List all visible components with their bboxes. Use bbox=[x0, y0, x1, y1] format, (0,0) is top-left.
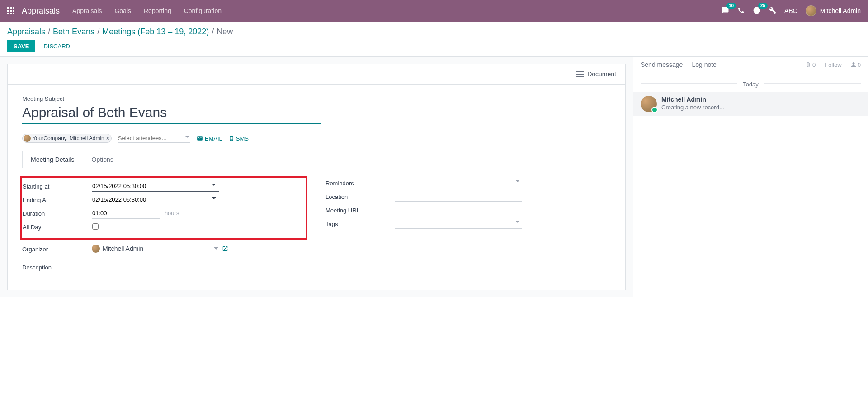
organizer-select[interactable]: Mitchell Admin bbox=[92, 245, 218, 254]
user-avatar-icon bbox=[806, 5, 816, 16]
attendee-remove-icon[interactable]: × bbox=[106, 135, 109, 141]
clock-icon[interactable]: 25 bbox=[753, 6, 761, 16]
datetime-highlight-box: Starting at Ending At bbox=[20, 176, 307, 240]
message-author: Mitchell Admin bbox=[661, 96, 724, 103]
duration-suffix: hours bbox=[165, 210, 179, 217]
chevron-down-icon bbox=[515, 221, 520, 223]
nav-brand[interactable]: Appraisals bbox=[22, 6, 60, 16]
save-button[interactable]: SAVE bbox=[7, 40, 35, 52]
nav-item-configuration[interactable]: Configuration bbox=[184, 7, 222, 14]
nav-item-reporting[interactable]: Reporting bbox=[144, 7, 171, 14]
nav-item-goals[interactable]: Goals bbox=[114, 7, 131, 14]
chat-icon[interactable]: 10 bbox=[721, 6, 729, 16]
reminders-select[interactable] bbox=[395, 178, 522, 188]
mobile-icon bbox=[229, 135, 234, 141]
subject-input[interactable] bbox=[22, 104, 321, 124]
subject-label: Meeting Subject bbox=[22, 95, 611, 102]
paperclip-icon bbox=[806, 62, 811, 67]
top-nav: Appraisals Appraisals Goals Reporting Co… bbox=[0, 0, 868, 22]
chat-badge: 10 bbox=[726, 3, 736, 9]
document-label: Document bbox=[587, 71, 616, 78]
discard-button[interactable]: DISCARD bbox=[39, 40, 75, 52]
chatter: Send message Log note 0 Follow 0 Today M… bbox=[633, 57, 868, 297]
followers-count[interactable]: 0 bbox=[851, 61, 861, 68]
send-message-button[interactable]: Send message bbox=[641, 61, 683, 68]
apps-icon[interactable] bbox=[7, 7, 14, 14]
description-label: Description bbox=[22, 264, 307, 271]
user-menu[interactable]: Mitchell Admin bbox=[806, 5, 861, 16]
attendee-avatar-icon bbox=[24, 135, 31, 142]
chevron-down-icon bbox=[214, 247, 218, 250]
tags-label: Tags bbox=[326, 221, 395, 227]
attachments-count[interactable]: 0 bbox=[806, 61, 816, 68]
clock-badge: 25 bbox=[758, 3, 768, 9]
duration-input[interactable] bbox=[92, 208, 160, 219]
tags-select[interactable] bbox=[395, 219, 522, 229]
email-button[interactable]: EMAIL bbox=[197, 135, 222, 142]
allday-checkbox[interactable] bbox=[92, 223, 99, 230]
tab-options[interactable]: Options bbox=[83, 151, 122, 168]
document-button[interactable]: Document bbox=[566, 64, 625, 84]
person-icon bbox=[851, 62, 856, 67]
company-name[interactable]: ABC bbox=[784, 7, 797, 14]
envelope-icon bbox=[197, 135, 203, 141]
tools-icon[interactable] bbox=[769, 7, 776, 15]
message-avatar-icon bbox=[641, 96, 657, 112]
location-label: Location bbox=[326, 193, 395, 200]
breadcrumb-current: New bbox=[217, 27, 233, 37]
organizer-value: Mitchell Admin bbox=[103, 245, 143, 252]
duration-label: Duration bbox=[23, 210, 92, 217]
starting-input[interactable] bbox=[92, 181, 219, 192]
ending-label: Ending At bbox=[23, 197, 92, 203]
message-text: Creating a new record... bbox=[661, 104, 724, 111]
form-sheet: Document Meeting Subject YourCompany, Mi… bbox=[7, 64, 626, 290]
log-note-button[interactable]: Log note bbox=[692, 61, 717, 68]
chevron-down-icon[interactable] bbox=[212, 197, 216, 199]
chevron-down-icon bbox=[515, 180, 520, 182]
location-input[interactable] bbox=[395, 192, 522, 202]
menu-bars-icon bbox=[576, 71, 584, 77]
tab-meeting-details[interactable]: Meeting Details bbox=[22, 151, 83, 168]
nav-menu: Appraisals Goals Reporting Configuration bbox=[72, 7, 222, 14]
breadcrumb-appraisals[interactable]: Appraisals bbox=[7, 27, 45, 37]
nav-item-appraisals[interactable]: Appraisals bbox=[72, 7, 102, 14]
reminders-label: Reminders bbox=[326, 180, 395, 187]
allday-label: All Day bbox=[23, 224, 92, 231]
external-link-icon[interactable] bbox=[222, 245, 228, 253]
attendee-tag[interactable]: YourCompany, Mitchell Admin × bbox=[22, 134, 112, 143]
message-row: Mitchell Admin Creating a new record... bbox=[633, 92, 868, 116]
breadcrumb-bethevans[interactable]: Beth Evans bbox=[53, 27, 94, 37]
organizer-label: Organizer bbox=[22, 246, 92, 253]
meetingurl-label: Meeting URL bbox=[326, 207, 395, 214]
attendee-tag-label: YourCompany, Mitchell Admin bbox=[33, 135, 104, 141]
chevron-down-icon[interactable] bbox=[212, 184, 216, 186]
user-name: Mitchell Admin bbox=[820, 7, 861, 14]
breadcrumb: Appraisals / Beth Evans / Meetings (Feb … bbox=[7, 27, 861, 37]
attendees-input[interactable] bbox=[118, 134, 190, 142]
ending-input[interactable] bbox=[92, 194, 219, 205]
starting-label: Starting at bbox=[23, 183, 92, 190]
breadcrumb-meetings[interactable]: Meetings (Feb 13 – 19, 2022) bbox=[102, 27, 209, 37]
phone-icon[interactable] bbox=[737, 7, 745, 15]
follow-button[interactable]: Follow bbox=[825, 61, 842, 68]
organizer-avatar-icon bbox=[92, 245, 100, 253]
meetingurl-input[interactable] bbox=[395, 205, 522, 215]
today-divider: Today bbox=[633, 74, 868, 92]
sms-button[interactable]: SMS bbox=[229, 135, 249, 142]
